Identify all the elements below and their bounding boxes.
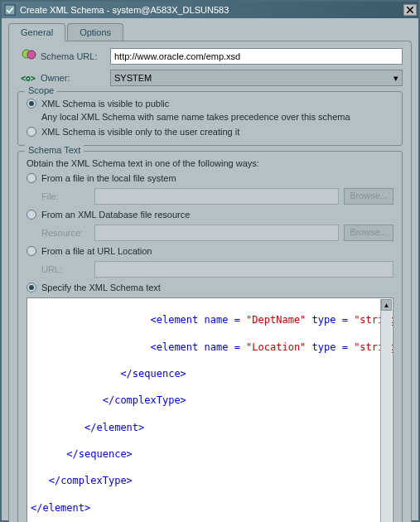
scroll-up-button[interactable]: ▲: [381, 299, 392, 311]
resource-row: Resource: Browse...: [41, 225, 393, 241]
file-label: File:: [41, 191, 94, 201]
tab-panel-general: Schema URL: <o> Owner: SYSTEM ▾ Scope XM…: [8, 41, 412, 522]
radio-icon: [27, 127, 36, 137]
scope-private-label: XML Schema is visible only to the user c…: [41, 127, 239, 137]
dialog-window: Create XML Schema - system@A583X_DLSUN58…: [0, 0, 420, 522]
schema-text-fieldset: Schema Text Obtain the XML Schema text i…: [17, 151, 403, 522]
vertical-scrollbar[interactable]: ▲ ▼: [380, 299, 392, 522]
schema-text-legend: Schema Text: [25, 145, 84, 155]
owner-icon: <o>: [17, 72, 41, 84]
window-title: Create XML Schema - system@A583X_DLSUN58…: [20, 5, 403, 15]
scope-fieldset: Scope XML Schema is visible to public An…: [17, 91, 403, 146]
opt-file-radio[interactable]: From a file in the local file system: [27, 173, 393, 183]
owner-value: SYSTEM: [114, 73, 152, 83]
svg-text:<o>: <o>: [21, 74, 36, 83]
tab-strip: General Options: [8, 23, 412, 41]
url-row: URL:: [41, 261, 393, 278]
radio-icon: [27, 99, 36, 109]
resource-label: Resource:: [41, 228, 94, 238]
svg-point-2: [27, 51, 36, 59]
scroll-track[interactable]: [381, 311, 392, 522]
scope-public-label: XML Schema is visible to public: [41, 99, 169, 109]
owner-row: <o> Owner: SYSTEM ▾: [17, 70, 403, 86]
radio-icon: [27, 173, 36, 183]
code-area[interactable]: <element name = "DeptName" type = "strin…: [27, 298, 393, 522]
scope-legend: Scope: [25, 85, 57, 95]
tab-general[interactable]: General: [8, 23, 65, 41]
opt-url-radio[interactable]: From a file at URL Location: [27, 246, 393, 256]
schema-text-intro: Obtain the XML Schema text in one of the…: [27, 158, 393, 168]
opt-specify-label: Specify the XML Schema text: [41, 283, 161, 292]
opt-file-label: From a file in the local file system: [41, 173, 176, 183]
schema-code-editor[interactable]: <element name = "DeptName" type = "strin…: [27, 297, 393, 522]
resource-input: [94, 225, 339, 241]
resource-browse-button: Browse...: [344, 225, 393, 241]
url-label: URL:: [41, 264, 94, 274]
radio-icon: [27, 283, 36, 292]
scope-public-desc: Any local XML Schema with same name take…: [41, 112, 393, 122]
radio-icon: [27, 210, 36, 220]
svg-rect-0: [5, 5, 15, 15]
schema-url-input[interactable]: [110, 48, 403, 65]
file-input: [94, 188, 339, 205]
url-input: [94, 261, 393, 278]
dialog-content: General Options Schema URL: <o> Owner: S…: [2, 18, 418, 520]
scope-private-radio[interactable]: XML Schema is visible only to the user c…: [27, 127, 393, 137]
opt-url-label: From a file at URL Location: [41, 246, 152, 256]
schema-icon: [17, 49, 41, 64]
file-row: File: Browse...: [41, 188, 393, 205]
app-icon: [3, 3, 17, 17]
opt-xdb-radio[interactable]: From an XML Database file resource: [27, 210, 393, 220]
owner-select[interactable]: SYSTEM ▾: [110, 70, 403, 86]
schema-url-label: Schema URL:: [41, 51, 110, 61]
close-button[interactable]: [403, 4, 417, 16]
file-browse-button: Browse...: [344, 188, 393, 205]
radio-icon: [27, 246, 36, 256]
owner-label: Owner:: [41, 73, 110, 83]
tab-options[interactable]: Options: [67, 23, 123, 41]
schema-url-row: Schema URL:: [17, 48, 403, 65]
chevron-down-icon: ▾: [393, 73, 398, 84]
scope-public-radio[interactable]: XML Schema is visible to public: [27, 99, 393, 109]
opt-specify-radio[interactable]: Specify the XML Schema text: [27, 283, 393, 292]
titlebar[interactable]: Create XML Schema - system@A583X_DLSUN58…: [2, 2, 418, 18]
opt-xdb-label: From an XML Database file resource: [41, 210, 190, 220]
